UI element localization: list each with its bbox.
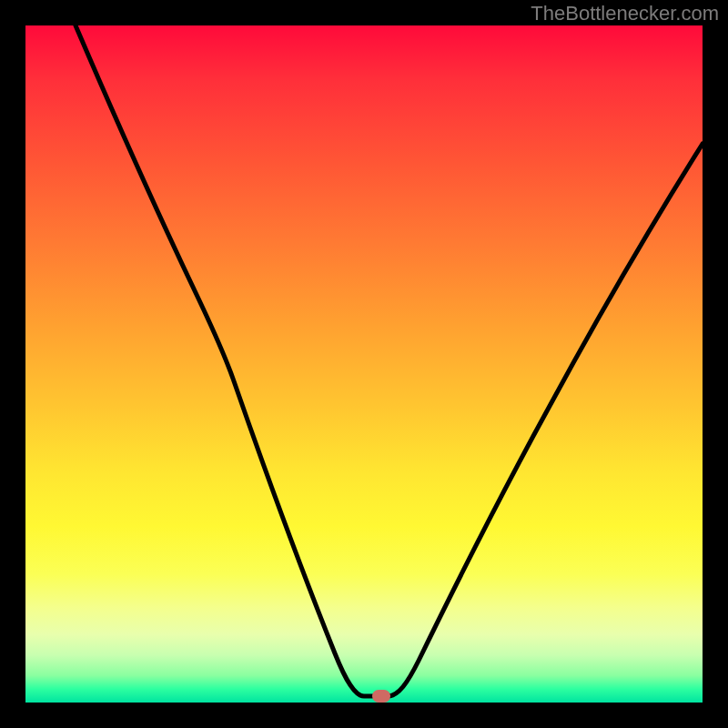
curve-svg <box>25 25 703 703</box>
chart-frame: TheBottlenecker.com <box>0 0 728 728</box>
bottleneck-curve <box>76 25 703 696</box>
chart-plot-area <box>25 25 703 703</box>
minimum-marker <box>372 690 390 703</box>
watermark-text: TheBottlenecker.com <box>531 2 719 25</box>
